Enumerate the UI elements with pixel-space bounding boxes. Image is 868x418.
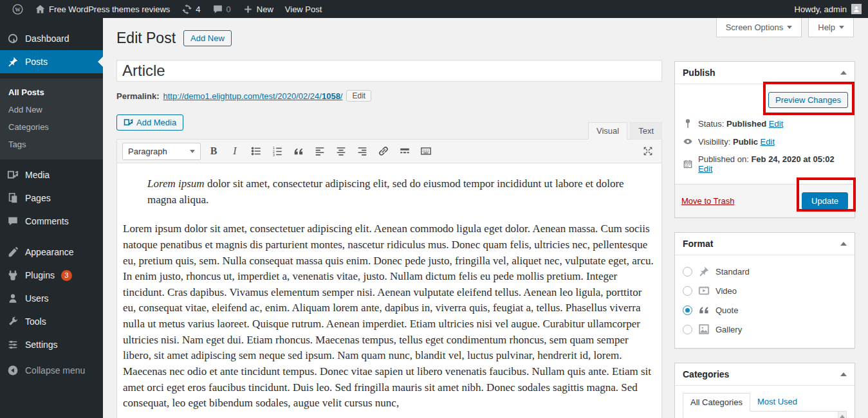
howdy-text[interactable]: Howdy, admin [795,5,847,14]
permalink-url[interactable]: http://demo1.elightup.com/test/2020/02/2… [163,91,342,101]
categories-box-title: Categories [683,369,729,379]
edit-status-link[interactable]: Edit [769,119,783,129]
sidebar-item-label: Pages [25,193,51,203]
svg-text:W: W [15,6,21,12]
radio-quote[interactable] [683,305,692,315]
eye-icon [683,136,693,147]
add-new-button[interactable]: Add New [183,30,232,46]
updates-menu[interactable]: 4 [176,0,206,18]
view-post-menu[interactable]: View Post [279,0,328,18]
radio-gallery[interactable] [683,325,692,334]
collapse-toggle-icon[interactable] [840,372,847,376]
italic-button[interactable]: I [226,143,243,159]
numbered-list-button[interactable]: 123 [269,143,286,159]
comments-menu[interactable]: 0 [207,0,237,18]
visibility-row: Visibility: Public Edit [675,132,854,150]
blockquote-button[interactable] [290,143,307,159]
quote-paragraph: Lorem ipsum dolor sit amet, consectetur … [147,176,656,208]
sidebar-item-pages[interactable]: Pages [0,186,103,210]
sidebar-item-label: Media [25,170,50,180]
read-more-button[interactable] [396,143,413,159]
sidebar-item-media[interactable]: Media [0,163,103,186]
sidebar-item-collapse-menu[interactable]: Collapse menu [0,359,103,382]
editor-toolbar: Paragraph B I 123 [117,140,661,163]
sidebar-item-add-new[interactable]: Add New [0,101,103,118]
categories-scrollbar[interactable] [838,412,846,418]
quote-rest: dolor sit amet, consectetur adipiscing e… [147,177,624,206]
collapse-toggle-icon[interactable] [840,242,847,246]
numbered-list-icon: 123 [272,145,283,157]
edit-visibility-link[interactable]: Edit [761,137,775,147]
visibility-value: Public [733,137,758,147]
sidebar-item-comments[interactable]: Comments [0,210,103,233]
format-option-standard[interactable]: Standard [683,262,847,281]
tab-text[interactable]: Text [630,122,662,140]
paragraph-format-dropdown[interactable]: Paragraph [122,143,201,160]
site-name-menu[interactable]: Free WordPress themes reviews [29,0,176,18]
tab-visual[interactable]: Visual [588,122,627,140]
format-box-header[interactable]: Format [675,233,854,255]
chevron-down-icon [787,26,792,29]
tab-all-categories[interactable]: All Categories [683,393,750,412]
users-icon [7,293,19,304]
sidebar-item-settings[interactable]: Settings [0,333,103,356]
toolbar-toggle-icon [420,145,432,157]
update-button[interactable]: Update [802,192,848,210]
sidebar-item-appearance[interactable]: Appearance [0,241,103,264]
sidebar-item-plugins[interactable]: Plugins 3 [0,264,103,287]
sidebar-item-label: Comments [25,216,69,226]
align-center-button[interactable] [333,143,349,159]
format-option-gallery[interactable]: Gallery [683,320,847,339]
sidebar-item-dashboard[interactable]: Dashboard [0,27,103,50]
plugins-icon [7,269,19,281]
sidebar-item-users[interactable]: Users [0,287,103,310]
align-left-button[interactable] [311,143,328,159]
format-option-quote[interactable]: Quote [683,300,847,320]
format-option-video[interactable]: Video [683,281,847,300]
post-content-editable[interactable]: Lorem ipsum dolor sit amet, consectetur … [117,163,661,418]
sidebar-item-label: Collapse menu [25,365,85,376]
publish-box-title: Publish [683,68,716,78]
move-to-trash-link[interactable]: Move to Trash [681,196,734,206]
post-title-input[interactable] [116,60,662,82]
edit-published-link[interactable]: Edit [698,164,712,174]
meta-boxes-column: Publish Preview Changes Status: Publishe… [674,61,855,418]
toolbar-toggle-button[interactable] [418,143,434,159]
bullet-list-button[interactable] [248,143,264,159]
insert-link-button[interactable] [375,143,392,159]
new-label: New [257,5,273,14]
format-label: Standard [716,267,750,277]
tab-most-used[interactable]: Most Used [750,393,804,412]
home-icon [35,4,46,15]
permalink-base: http://demo1.elightup.com/test/2020/02/2… [163,91,321,101]
help-button[interactable]: Help [808,18,854,37]
sidebar-item-categories[interactable]: Categories [0,118,103,136]
collapse-toggle-icon[interactable] [840,71,847,75]
align-right-icon [356,145,368,157]
align-right-button[interactable] [354,143,371,159]
wordpress-logo-icon[interactable]: W [6,0,29,18]
publish-box-header[interactable]: Publish [675,62,854,84]
collapse-icon [7,365,19,376]
add-media-button[interactable]: Add Media [116,114,183,131]
permalink-edit-button[interactable]: Edit [346,90,371,102]
sidebar-item-tags[interactable]: Tags [0,136,103,153]
status-row: Status: Published Edit [675,114,854,132]
bold-button[interactable]: B [205,143,222,159]
admin-bar: W Free WordPress themes reviews 4 0 New … [0,0,868,18]
scrollbar-up-arrow[interactable] [838,412,846,418]
paragraph-format-value: Paragraph [128,147,167,156]
avatar[interactable] [851,4,862,14]
sidebar-item-all-posts[interactable]: All Posts [0,84,103,101]
screen-options-button[interactable]: Screen Options [716,18,802,37]
plugins-update-badge: 3 [61,270,72,281]
fullscreen-button[interactable] [640,143,656,159]
preview-changes-button[interactable]: Preview Changes [768,92,848,108]
sidebar-item-tools[interactable]: Tools [0,310,103,333]
radio-standard[interactable] [683,267,692,277]
post-editor-column: Permalink: http://demo1.elightup.com/tes… [116,60,662,418]
categories-box-header[interactable]: Categories [675,363,854,386]
new-menu[interactable]: New [237,0,279,18]
radio-video[interactable] [683,286,692,296]
sidebar-item-posts[interactable]: Posts [0,50,103,73]
